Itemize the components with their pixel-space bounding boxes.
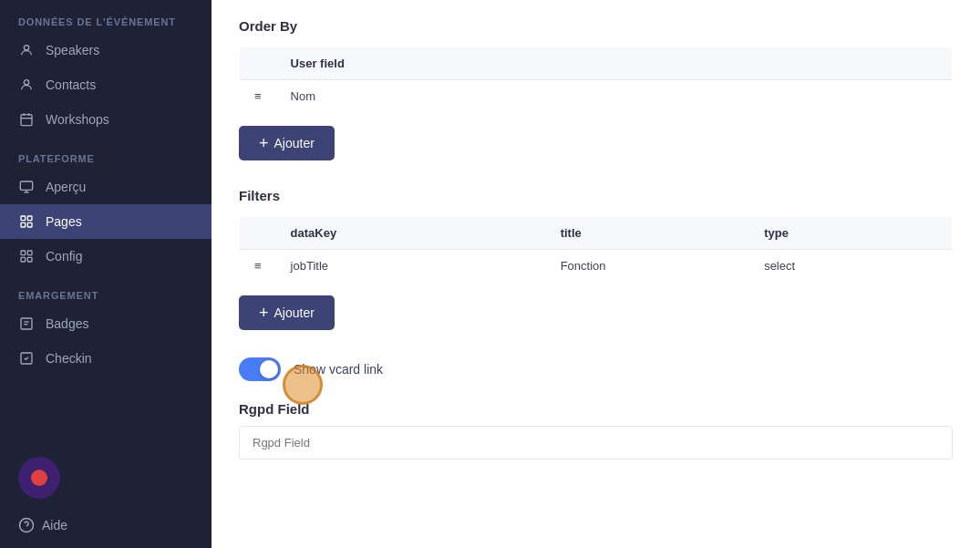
filter-datakey: jobTitle	[276, 250, 546, 283]
order-by-title: Order By	[239, 18, 953, 34]
show-vcard-row: Show vcard link	[239, 357, 953, 381]
sidebar-item-speakers[interactable]: Speakers	[0, 33, 211, 67]
filters-drag-col-header	[240, 217, 276, 250]
svg-rect-12	[27, 222, 32, 227]
table-row: ≡ Nom	[240, 80, 953, 113]
badge-icon	[18, 315, 35, 332]
svg-rect-11	[21, 222, 26, 227]
sidebar-item-badges[interactable]: Badges	[0, 306, 211, 341]
checkin-icon	[18, 350, 35, 367]
sidebar-section-donnees: DONNÉES DE L'ÉVÉNEMENT Speakers Contacts…	[0, 0, 211, 137]
filters-add-label: Ajouter	[274, 305, 315, 320]
sidebar-bottom[interactable]	[0, 448, 211, 508]
sidebar-section-plateforme: PLATEFORME Aperçu Pages Config	[0, 137, 211, 274]
sidebar-section-emargement: EMARGEMENT Badges Checkin	[0, 274, 211, 376]
filters-type-col-header: type	[749, 217, 952, 250]
plus-icon-filters: +	[259, 305, 269, 321]
rgpd-title: Rgpd Field	[239, 401, 953, 417]
rgpd-input[interactable]	[239, 426, 953, 460]
filters-title-col-header: title	[546, 217, 749, 250]
config-icon	[18, 248, 35, 264]
order-drag-col-header	[240, 47, 276, 80]
content-inner: Order By User field ≡ Nom + Ajouter	[211, 0, 980, 548]
filters-table: dataKey title type ≡	[239, 216, 953, 283]
sidebar-item-config[interactable]: Config	[0, 239, 211, 274]
avatar-inner	[31, 470, 47, 486]
sidebar-section-label-plateforme: PLATEFORME	[0, 137, 211, 170]
svg-rect-15	[21, 257, 26, 262]
sidebar: DONNÉES DE L'ÉVÉNEMENT Speakers Contacts…	[0, 0, 211, 548]
order-by-add-button[interactable]: + Ajouter	[239, 126, 335, 160]
filters-datakey-col-header: dataKey	[276, 217, 546, 250]
order-by-nom: Nom	[276, 80, 953, 113]
sidebar-item-contacts[interactable]: Contacts	[0, 67, 211, 102]
avatar[interactable]	[18, 457, 60, 499]
drag-handle-order[interactable]: ≡	[240, 80, 276, 113]
svg-rect-16	[27, 257, 32, 262]
help-icon	[18, 517, 35, 533]
person-icon	[18, 42, 35, 58]
svg-rect-2	[21, 115, 32, 126]
drag-handle-filter[interactable]: ≡	[240, 250, 276, 283]
filter-title: Fonction	[546, 250, 749, 283]
sidebar-item-label-contacts: Contacts	[46, 78, 96, 92]
svg-rect-10	[27, 216, 32, 221]
pages-icon	[18, 213, 35, 230]
order-by-add-label: Ajouter	[274, 136, 315, 150]
sidebar-item-pages[interactable]: Pages	[0, 204, 211, 239]
filters-title: Filters	[239, 188, 953, 203]
filter-type: select	[749, 250, 952, 283]
svg-point-0	[24, 46, 28, 50]
main-content: Order By User field ≡ Nom + Ajouter	[211, 0, 980, 548]
sidebar-item-label-badges: Badges	[46, 316, 88, 331]
monitor-icon	[18, 179, 35, 195]
table-row: ≡ jobTitle Fonction select	[240, 250, 953, 283]
svg-point-1	[24, 80, 28, 85]
svg-rect-13	[21, 251, 26, 255]
sidebar-item-label-workshops: Workshops	[46, 112, 109, 127]
svg-rect-9	[21, 216, 26, 221]
plus-icon-order: +	[259, 135, 269, 151]
toggle-knob	[260, 360, 278, 378]
calendar-icon	[18, 111, 35, 128]
rgpd-section: Rgpd Field	[239, 401, 953, 460]
sidebar-item-label-speakers: Speakers	[46, 43, 99, 57]
help-label: Aide	[42, 518, 67, 532]
order-by-table: User field ≡ Nom	[239, 47, 953, 113]
order-userfield-col-header: User field	[276, 47, 953, 80]
sidebar-item-workshops[interactable]: Workshops	[0, 102, 211, 137]
person-icon-contacts	[18, 77, 35, 93]
sidebar-section-label-emargement: EMARGEMENT	[0, 274, 211, 306]
svg-rect-6	[20, 181, 32, 190]
sidebar-item-label-checkin: Checkin	[46, 351, 92, 366]
sidebar-item-label-apercu: Aperçu	[46, 180, 86, 194]
sidebar-section-label-donnees: DONNÉES DE L'ÉVÉNEMENT	[0, 0, 211, 33]
sidebar-item-label-config: Config	[46, 249, 82, 264]
filters-add-button[interactable]: + Ajouter	[239, 295, 335, 330]
filters-section: Filters dataKey title type	[239, 188, 953, 352]
sidebar-item-apercu[interactable]: Aperçu	[0, 170, 211, 204]
svg-rect-14	[27, 251, 32, 255]
sidebar-help[interactable]: Aide	[0, 508, 211, 548]
show-vcard-label: Show vcard link	[294, 362, 383, 377]
show-vcard-toggle[interactable]	[239, 357, 281, 381]
sidebar-item-label-pages: Pages	[46, 214, 82, 229]
sidebar-item-checkin[interactable]: Checkin	[0, 341, 211, 376]
